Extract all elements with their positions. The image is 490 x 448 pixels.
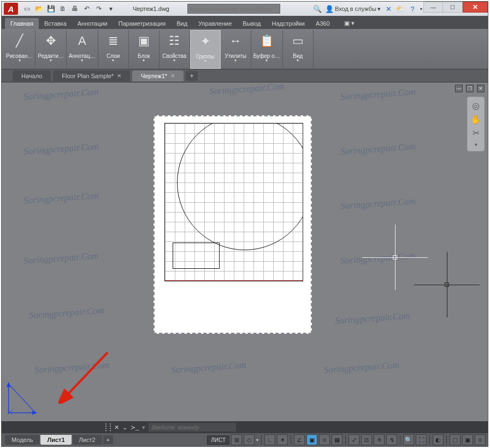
minimize-button[interactable]: — <box>423 2 443 13</box>
ribbon-panel[interactable]: ☷Свойства▾ <box>160 30 190 69</box>
ribbon-tab[interactable]: Главная <box>5 18 39 29</box>
grid-toggle-icon[interactable]: ⊞ <box>231 434 242 445</box>
chevron-down-icon: ▾ <box>143 58 145 63</box>
document-tab[interactable]: Floor Plan Sample*✕ <box>53 70 130 81</box>
customize-status-icon[interactable]: ≡ <box>475 434 486 445</box>
osnap-toggle-icon[interactable]: ∠ <box>294 434 305 445</box>
annoauto-icon[interactable]: ↯ <box>386 434 397 445</box>
sign-in-label: Вход в службы <box>335 5 376 12</box>
ribbon-tab[interactable]: Управление <box>193 18 237 29</box>
scale-popup-icon[interactable]: 🔍 <box>403 434 414 445</box>
command-line[interactable]: ✕ ⌄ ≻_ ▾ <box>2 421 488 433</box>
ribbon-tab[interactable]: Аннотации <box>72 18 113 29</box>
svg-marker-1 <box>7 382 11 387</box>
ribbon-tab[interactable]: Параметризация <box>113 18 171 29</box>
steering-wheel-icon[interactable]: ◎ <box>472 101 480 111</box>
annovis-icon[interactable]: ✳ <box>374 434 385 445</box>
help-icon[interactable]: ? <box>408 4 417 13</box>
watermark-text: Soringpcrepair.Com <box>23 141 99 157</box>
ribbon-tab[interactable]: Вставка <box>39 18 72 29</box>
ribbon-panel[interactable]: ✦Группы▾ <box>190 30 221 69</box>
infocenter-search[interactable] <box>187 4 280 14</box>
hardware-accel-icon[interactable]: ▢ <box>450 434 461 445</box>
chevron-down-icon: ▾ <box>173 58 175 63</box>
annotation-arrow <box>58 349 113 404</box>
sheet-tab-strip: МодельЛист1Лист2+ <box>5 435 113 445</box>
saveas-icon[interactable]: 🗎 <box>57 3 68 14</box>
command-line-grip[interactable] <box>105 423 111 431</box>
ribbon-panel[interactable]: ▭Вид▾ <box>283 30 314 69</box>
document-tab-label: Чертеж1* <box>141 73 167 79</box>
sheet-tab[interactable]: Модель <box>5 435 39 445</box>
otrack-toggle-icon[interactable]: ▣ <box>306 434 317 445</box>
navigation-bar[interactable]: ◎ ✋ ✂ ▾ <box>467 97 485 151</box>
ribbon-tab[interactable]: Надстройки <box>267 18 310 29</box>
mdi-minimize-button[interactable]: — <box>455 85 463 92</box>
ribbon-tab[interactable]: Вид <box>171 18 193 29</box>
watermark-text: Soringpcrepair.Com <box>340 141 416 157</box>
ortho-toggle-icon[interactable]: ∟ <box>264 434 275 445</box>
undo-icon[interactable]: ↶ <box>81 3 92 14</box>
command-history-icon[interactable]: ⌄ <box>122 424 127 431</box>
move-icon: ✥ <box>42 32 60 50</box>
watermark-text: Soringpcrepair.Com <box>23 86 99 103</box>
workspace-icon[interactable]: ◐ <box>433 434 444 445</box>
scale-lock-icon[interactable]: ⛶ <box>416 434 427 445</box>
document-tab[interactable]: Чертеж1*✕ <box>132 70 184 81</box>
snap-dropdown-icon[interactable]: ▾ <box>256 438 258 443</box>
sheet-tab[interactable]: Лист2 <box>73 435 102 445</box>
ribbon-tab[interactable]: Вывод <box>237 18 266 29</box>
watermark-text: Soringpcrepair.Com <box>28 305 104 321</box>
nav-bar-chevron-icon[interactable]: ▾ <box>475 142 477 148</box>
app-window: A ▭ 📂 💾 🗎 🖶 ↶ ↷ ▾ Чертеж1.dwg 🔍 👤 Вход в… <box>1 1 488 447</box>
mdi-close-button[interactable]: ✕ <box>477 85 485 92</box>
status-bar: ЛИСТ ⊞ ◇ ▾ ∟ ✶ ∠ ▣ ≡ ▦ ⤢ ⚖ ✳ ↯ 🔍 ⛶ ◐ ▢ ▣… <box>207 434 486 445</box>
ribbon-panel[interactable]: ≣Слои▾ <box>98 30 129 69</box>
add-document-tab-button[interactable]: + <box>186 71 198 81</box>
ribbon-tab[interactable]: A360 <box>310 18 335 29</box>
snap-toggle-icon[interactable]: ◇ <box>244 434 255 445</box>
polar-toggle-icon[interactable]: ✶ <box>277 434 288 445</box>
space-mode-label[interactable]: ЛИСТ <box>207 435 229 445</box>
mdi-restore-button[interactable]: ❐ <box>466 85 474 92</box>
a360-icon[interactable]: ⛅ <box>396 4 405 13</box>
print-icon[interactable]: 🖶 <box>69 3 80 14</box>
zoom-extents-icon[interactable]: ✂ <box>473 128 480 138</box>
watermark-text: Soringpcrepair.Com <box>340 196 416 212</box>
close-icon[interactable]: ✕ <box>170 73 175 79</box>
command-input[interactable] <box>149 423 236 432</box>
chevron-down-icon[interactable]: ▾ <box>420 7 422 11</box>
drawing-area[interactable]: — ❐ ✕ ◎ ✋ ✂ ▾ Soringpcrepair.ComSoringpc… <box>2 82 488 421</box>
exchange-icon[interactable]: ✕ <box>384 4 393 13</box>
search-go-icon[interactable]: 🔍 <box>313 4 322 13</box>
ribbon-panel[interactable]: ▣Блок▾ <box>129 30 160 69</box>
transparency-toggle-icon[interactable]: ▦ <box>332 434 343 445</box>
clean-screen-icon[interactable]: ▣ <box>462 434 473 445</box>
ribbon-panel[interactable]: ✥Редакти…▾ <box>36 30 67 69</box>
annoscale-icon[interactable]: ⚖ <box>361 434 372 445</box>
chevron-down-icon: ▾ <box>112 58 114 63</box>
qat-dropdown-icon[interactable]: ▾ <box>105 3 116 14</box>
document-tab[interactable]: Начало <box>13 70 51 81</box>
sheet-tab[interactable]: Лист1 <box>40 435 71 445</box>
close-button[interactable]: ✕ <box>463 2 488 13</box>
lineweight-toggle-icon[interactable]: ≡ <box>319 434 330 445</box>
search-input[interactable] <box>190 6 278 12</box>
save-icon[interactable]: 💾 <box>45 3 56 14</box>
close-icon[interactable]: ✕ <box>117 73 121 79</box>
ribbon-minimize-button[interactable]: ▣ ▾ <box>339 17 360 29</box>
command-line-close-icon[interactable]: ✕ <box>114 424 119 431</box>
ribbon-panel[interactable]: ↔Утилиты▾ <box>221 30 251 69</box>
selection-cycling-icon[interactable]: ⤢ <box>349 434 359 445</box>
add-sheet-tab-button[interactable]: + <box>103 435 113 444</box>
maximize-button[interactable]: ☐ <box>443 2 463 13</box>
open-icon[interactable]: 📂 <box>33 3 44 14</box>
sign-in-button[interactable]: 👤 Вход в службы ▾ <box>325 4 381 13</box>
ribbon-panel[interactable]: ╱Рисован…▾ <box>4 30 36 69</box>
app-menu-button[interactable]: A <box>4 3 18 15</box>
ribbon-panel[interactable]: AАннотац…▾ <box>67 30 98 69</box>
ribbon-panel[interactable]: 📋Буфер о…▾ <box>251 30 283 69</box>
new-icon[interactable]: ▭ <box>21 3 32 14</box>
pan-icon[interactable]: ✋ <box>470 114 481 125</box>
redo-icon[interactable]: ↷ <box>93 3 104 14</box>
